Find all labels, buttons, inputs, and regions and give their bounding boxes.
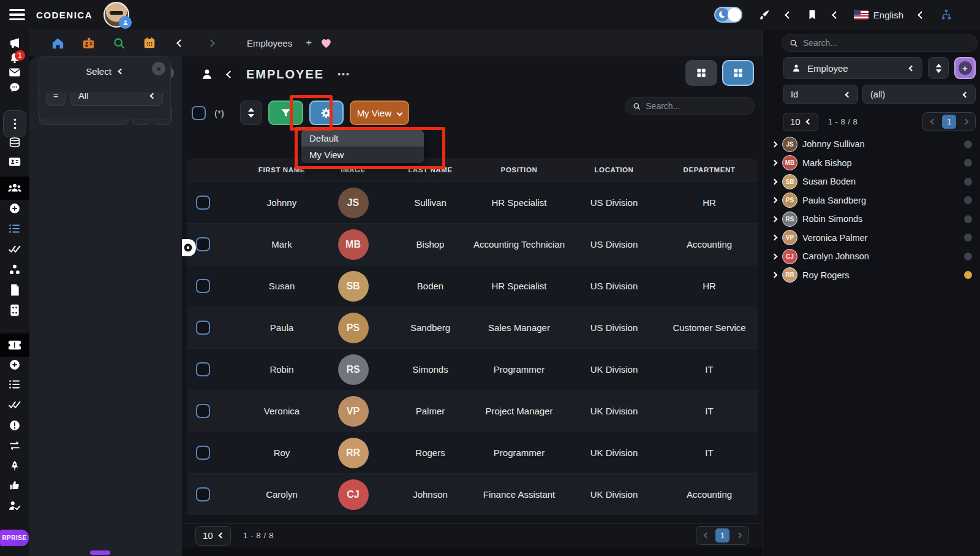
person-check-icon[interactable] [9,500,21,511]
status-dot[interactable] [964,178,972,186]
forward-chevron-icon[interactable] [205,40,217,46]
megaphone-icon[interactable] [9,37,21,50]
expand-item-chevron-icon[interactable] [771,235,777,241]
list-item[interactable]: JS Johnny Sullivan [763,135,980,154]
status-dot[interactable] [964,140,972,148]
filter-button[interactable] [268,101,303,125]
table-view-button[interactable] [722,60,754,86]
expand-item-chevron-icon[interactable] [771,178,777,185]
row-checkbox[interactable] [196,279,210,293]
hamburger-menu-icon[interactable] [9,9,25,20]
language-selector[interactable]: English [854,10,903,20]
employees-group-icon[interactable] [7,183,22,194]
sitemap-icon[interactable] [940,9,953,21]
expand-chevron-icon[interactable] [118,68,124,74]
view-selector-button[interactable]: My View [350,101,409,125]
collapse-chevron-icon[interactable] [918,11,925,19]
expand-item-chevron-icon[interactable] [771,272,777,278]
row-checkbox[interactable] [196,196,210,210]
thumbs-up-icon[interactable] [9,480,21,492]
back-chevron-icon[interactable] [226,70,234,78]
add-circle-icon[interactable] [9,202,21,215]
current-page-button[interactable]: 1 [715,528,729,543]
collapse-chevron-icon[interactable] [832,11,840,19]
bookmark-icon[interactable] [807,9,818,21]
page-size-select[interactable]: 10 [195,526,231,546]
list-item[interactable]: CJ Carolyn Johnson [763,247,980,266]
list-item[interactable]: VP Veronica Palmer [763,229,980,248]
breadcrumb[interactable]: Employees [247,38,292,48]
expand-item-chevron-icon[interactable] [771,141,777,147]
select-all-checkbox[interactable] [192,106,206,120]
panel-sort-button[interactable] [928,57,949,79]
paintbrush-icon[interactable] [758,9,771,21]
table-row[interactable]: Susan SB Boden HR Specialist US Division… [187,265,758,307]
status-dot[interactable] [964,196,972,204]
row-checkbox[interactable] [196,404,210,418]
double-check-icon[interactable] [9,400,21,409]
back-chevron-icon[interactable] [174,40,186,46]
remove-filter-button[interactable]: × [152,62,165,75]
search-nav-icon[interactable] [113,37,125,50]
mail-icon[interactable] [9,67,21,77]
status-dot[interactable] [964,234,972,242]
status-dot[interactable] [964,271,972,279]
grid-view-button[interactable] [685,60,717,86]
add-tab-button[interactable]: + [306,37,312,49]
column-header[interactable]: LOCATION [567,166,662,173]
sort-button[interactable] [240,101,262,125]
more-actions-button[interactable]: ••• [337,69,350,79]
add-circle-icon[interactable] [9,359,21,371]
home-icon[interactable] [51,37,64,49]
list-item[interactable]: MB Mark Bishop [763,154,980,173]
panel-page-size-select[interactable]: 10 [783,113,818,131]
alert-circle-icon[interactable] [9,419,21,432]
panel-current-page-button[interactable]: 1 [942,115,956,129]
file-icon[interactable] [10,284,20,296]
list-item[interactable]: RS Robin Simonds [763,210,980,229]
status-dot[interactable] [964,253,972,261]
column-header[interactable]: IMAGE [317,166,389,173]
next-page-button[interactable] [732,529,745,543]
column-header[interactable]: POSITION [472,166,567,173]
column-header[interactable]: LAST NAME [389,166,472,173]
status-dot[interactable] [964,215,972,223]
list-item[interactable]: RR Roy Rogers [763,266,980,285]
collapse-chevron-icon[interactable] [785,11,793,19]
user-avatar[interactable] [104,2,129,28]
status-dot[interactable] [964,159,972,167]
table-search-input[interactable] [646,101,747,111]
expand-item-chevron-icon[interactable] [771,160,777,166]
rocket-icon[interactable] [9,460,21,472]
column-header[interactable]: FIRST NAME [246,166,317,173]
row-checkbox[interactable] [196,321,210,335]
row-checkbox[interactable] [196,362,210,376]
list-item[interactable]: PS Paula Sandberg [763,191,980,210]
more-options-kebab-icon[interactable] [3,110,26,137]
panel-scrollbar-thumb[interactable] [90,550,110,555]
table-row[interactable]: Robin RS Simonds Programmer UK Division … [187,348,758,390]
panel-add-button[interactable]: + [954,57,976,79]
table-row[interactable]: Mark MB Bishop Accounting Technician US … [187,223,758,265]
domino-icon[interactable] [10,304,20,316]
table-row[interactable]: Johnny JS Sullivan HR Specialist US Divi… [187,181,758,223]
ticket-icon[interactable] [8,340,21,350]
calendar-icon[interactable] [143,37,156,49]
table-row[interactable]: Roy RR Rogers Programmer UK Division IT [187,432,758,473]
transfer-arrows-icon[interactable] [9,441,21,451]
chat-icon[interactable] [9,82,21,94]
prev-page-button[interactable] [699,529,713,543]
double-check-icon[interactable] [9,245,21,254]
enterprise-badge[interactable]: RPRISE [0,530,29,546]
row-checkbox[interactable] [196,446,210,460]
list-icon[interactable] [9,224,21,234]
expand-item-chevron-icon[interactable] [771,253,777,259]
table-row[interactable]: Paula PS Sandberg Sales Manager US Divis… [187,307,758,348]
field-filter-select[interactable]: (all) [862,85,976,104]
dropdown-option-my-view[interactable]: My View [301,147,424,163]
entity-select[interactable]: Employee [783,57,922,79]
database-icon[interactable] [9,137,21,148]
table-row[interactable]: Veronica VP Palmer Project Manager UK Di… [187,390,758,432]
panel-next-page-button[interactable] [959,115,972,129]
field-select[interactable]: Id [783,85,858,104]
